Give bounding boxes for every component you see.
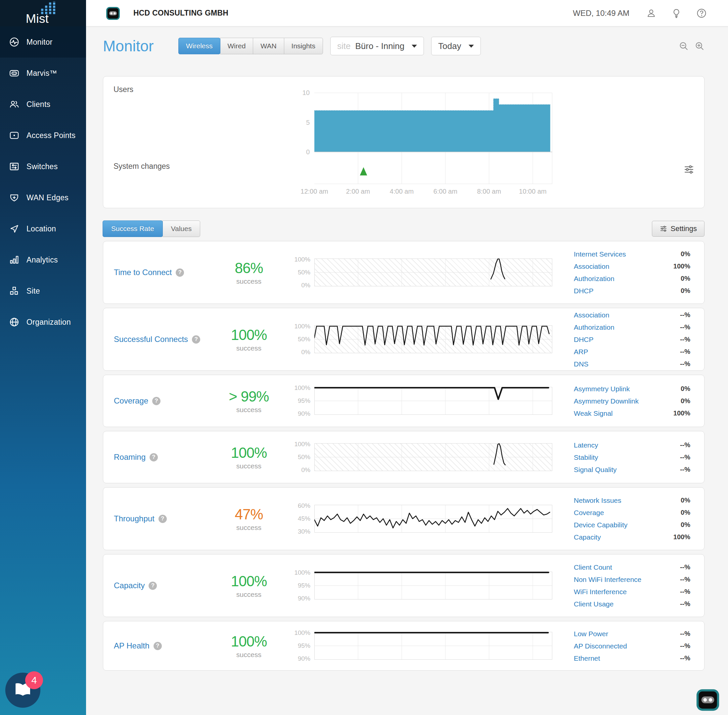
classifier-value: --% bbox=[680, 454, 690, 461]
tab-wireless[interactable]: Wireless bbox=[178, 38, 220, 54]
help-icon[interactable]: ? bbox=[152, 397, 160, 405]
metric-link-roaming[interactable]: Roaming bbox=[114, 453, 146, 462]
whats-new-bulb-button[interactable] bbox=[671, 8, 682, 18]
mist-logo[interactable]: Mist bbox=[0, 0, 86, 27]
metric-link-coverage[interactable]: Coverage bbox=[114, 396, 148, 406]
classifier-link[interactable]: Ethernet bbox=[574, 654, 600, 662]
classifier-link[interactable]: Latency bbox=[574, 441, 598, 449]
classifier-link[interactable]: ARP bbox=[574, 348, 588, 356]
organization-icon bbox=[9, 317, 20, 328]
help-icon[interactable]: ? bbox=[176, 269, 184, 277]
classifier-list: Client Count--%Non WiFi Interference--%W… bbox=[574, 561, 690, 610]
sidebar-item-wan-edges[interactable]: WAN Edges bbox=[0, 182, 86, 213]
sidebar-item-switches[interactable]: Switches bbox=[0, 151, 86, 182]
zoom-in-button[interactable] bbox=[695, 41, 704, 51]
classifier-link[interactable]: Signal Quality bbox=[574, 465, 617, 474]
classifier-link[interactable]: Client Count bbox=[574, 563, 612, 571]
sidebar-item-organization[interactable]: Organization bbox=[0, 306, 86, 338]
classifier-value: 100% bbox=[674, 533, 690, 541]
sidebar-item-location[interactable]: Location bbox=[0, 213, 86, 244]
classifier-value: 0% bbox=[681, 496, 690, 504]
classifier-link[interactable]: Non WiFi Interference bbox=[574, 576, 641, 584]
classifier-row: Capacity100% bbox=[574, 531, 690, 543]
marvis-chat-button[interactable] bbox=[695, 686, 721, 712]
classifier-link[interactable]: DHCP bbox=[574, 287, 594, 295]
users-xtick: 6:00 am bbox=[434, 188, 457, 195]
classifier-link[interactable]: Association bbox=[574, 311, 609, 319]
org-avatar-bot-icon[interactable] bbox=[105, 5, 121, 21]
help-icon[interactable]: ? bbox=[192, 335, 200, 344]
tab-insights[interactable]: Insights bbox=[284, 38, 323, 54]
zoom-out-button[interactable] bbox=[679, 41, 689, 51]
whats-new-button[interactable]: 4 bbox=[5, 673, 41, 708]
classifier-value: 100% bbox=[674, 262, 690, 270]
spark-ytick: 0% bbox=[301, 466, 310, 474]
spark-chart-coverage bbox=[314, 387, 552, 415]
sidebar-item-access-points[interactable]: Access Points bbox=[0, 120, 86, 151]
sidebar-item-monitor[interactable]: Monitor bbox=[0, 27, 86, 57]
site-selector[interactable]: site Büro - Inning bbox=[330, 37, 424, 55]
sparkline bbox=[314, 632, 552, 660]
classifier-link[interactable]: Device Capability bbox=[574, 521, 627, 529]
classifier-value: 0% bbox=[681, 397, 690, 405]
classifier-link[interactable]: Asymmetry Downlink bbox=[574, 397, 639, 405]
spark-ytick: 100% bbox=[294, 569, 310, 576]
sidebar-item-marvis[interactable]: Marvis™ bbox=[0, 57, 86, 89]
metric-link-time-to-connect[interactable]: Time to Connect bbox=[114, 268, 172, 277]
time-range-selector[interactable]: Today bbox=[431, 37, 481, 55]
classifier-link[interactable]: WiFi Interference bbox=[574, 588, 627, 596]
time-range-value: Today bbox=[438, 41, 461, 51]
sidebar-item-site[interactable]: Site bbox=[0, 275, 86, 306]
classifier-link[interactable]: Asymmetry Uplink bbox=[574, 385, 630, 392]
tab-wired[interactable]: Wired bbox=[220, 38, 253, 54]
chart-filter-button[interactable] bbox=[683, 164, 695, 176]
classifier-link[interactable]: Authorization bbox=[574, 323, 615, 331]
spark-ytick: 45% bbox=[298, 515, 310, 522]
classifier-link[interactable]: Weak Signal bbox=[574, 409, 613, 417]
classifier-row: DNS--% bbox=[574, 358, 690, 370]
tab-wan[interactable]: WAN bbox=[253, 38, 284, 54]
toggle-success-rate[interactable]: Success Rate bbox=[102, 220, 163, 237]
metric-link-capacity[interactable]: Capacity bbox=[114, 581, 145, 590]
sidebar-item-label: Organization bbox=[27, 318, 71, 327]
classifier-link[interactable]: DNS bbox=[574, 360, 588, 368]
classifier-link[interactable]: Authorization bbox=[574, 275, 615, 283]
toggle-values[interactable]: Values bbox=[163, 220, 200, 237]
classifier-link[interactable]: AP Disconnected bbox=[574, 642, 627, 650]
classifier-link[interactable]: Network Issues bbox=[574, 496, 621, 504]
classifier-link[interactable]: Stability bbox=[574, 453, 598, 461]
account-button[interactable] bbox=[646, 8, 657, 18]
spark-ytick: 0% bbox=[301, 282, 310, 289]
metric-link-ap-health[interactable]: AP Health bbox=[114, 641, 149, 650]
help-icon[interactable]: ? bbox=[149, 582, 157, 590]
classifier-row: Stability--% bbox=[574, 451, 690, 463]
metric-card-time-to-connect: Time to Connect?86%success100%50%0%Inter… bbox=[103, 241, 704, 304]
sidebar-item-label: Analytics bbox=[27, 256, 58, 264]
classifier-link[interactable]: Low Power bbox=[574, 630, 608, 638]
classifier-row: Signal Quality--% bbox=[574, 463, 690, 476]
metric-link-throughput[interactable]: Throughput bbox=[114, 514, 155, 523]
metric-name-successful-connects: Successful Connects? bbox=[114, 335, 200, 344]
help-icon[interactable]: ? bbox=[149, 453, 158, 462]
notification-badge: 4 bbox=[25, 671, 43, 689]
classifier-link[interactable]: DHCP bbox=[574, 335, 594, 343]
clients-icon bbox=[9, 99, 20, 110]
classifier-link[interactable]: Client Usage bbox=[574, 600, 613, 608]
classifier-link[interactable]: Capacity bbox=[574, 533, 601, 541]
classifier-list: Association--%Authorization--%DHCP--%ARP… bbox=[574, 309, 690, 370]
sidebar-item-clients[interactable]: Clients bbox=[0, 89, 86, 120]
help-icon[interactable]: ? bbox=[154, 642, 162, 650]
classifier-link[interactable]: Association bbox=[574, 262, 609, 270]
chevron-down-icon bbox=[411, 45, 417, 48]
zoom-out-icon bbox=[679, 41, 689, 51]
classifier-link[interactable]: Coverage bbox=[574, 509, 604, 517]
spark-chart-successful-connects bbox=[314, 325, 552, 353]
help-button[interactable] bbox=[696, 8, 707, 18]
spark-yticks: 100%50%0% bbox=[269, 256, 310, 289]
access-points-icon bbox=[9, 130, 20, 141]
settings-button[interactable]: Settings bbox=[652, 221, 705, 237]
metric-link-successful-connects[interactable]: Successful Connects bbox=[114, 335, 188, 344]
help-icon[interactable]: ? bbox=[158, 515, 167, 523]
sidebar-item-analytics[interactable]: Analytics bbox=[0, 244, 86, 275]
classifier-link[interactable]: Internet Services bbox=[574, 250, 626, 258]
